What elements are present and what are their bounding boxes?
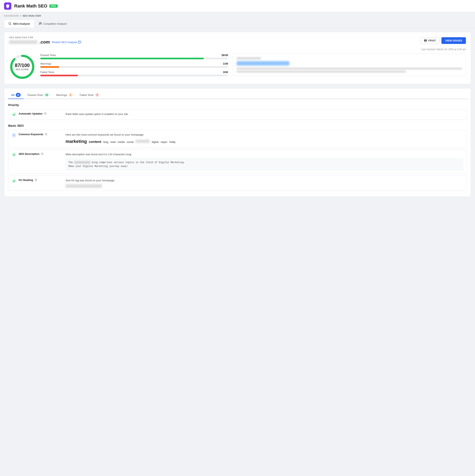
checkmark-h1-svg	[13, 180, 15, 182]
analysis-url: .com Restart SEO Analyzer	[9, 39, 81, 45]
passed-label: Passed Tests	[40, 54, 56, 57]
basic-seo-section-label: Basic SEO	[8, 124, 467, 127]
failed-bar	[40, 75, 228, 76]
warnings-count: 1/30	[223, 62, 228, 65]
common-keywords-content: Here are the most common keywords we fou…	[66, 133, 463, 145]
donut-text: 87/100 SEO SCORE	[15, 63, 30, 71]
filter-tab-failed[interactable]: Failed Tests 3	[77, 91, 102, 99]
preview-url-blur	[237, 57, 261, 60]
automatic-updates-content: Rank Math auto-update option is enabled …	[66, 112, 463, 116]
pro-badge: PRO	[49, 4, 58, 8]
analysis-actions: PRINT VIEW ISSUES	[421, 37, 466, 44]
passed-fill	[40, 58, 204, 59]
result-row-h1-heading: H1 Heading ? One H1 tag was found on you…	[9, 176, 466, 191]
filter-tabs-inner: All 30 Passed Tests 26 Warnings 1 Failed…	[8, 91, 467, 99]
filter-warnings-badge: 1	[68, 93, 73, 97]
kw-read: read	[110, 140, 115, 144]
automatic-updates-icon	[12, 112, 16, 117]
info-icon: i	[12, 133, 16, 137]
kw-social: social	[127, 140, 133, 144]
tab-competitor-analyzer-label: Competitor Analyzer	[43, 22, 67, 25]
warnings-bar	[40, 66, 228, 68]
seo-score-donut: 87/100 SEO SCORE	[9, 54, 35, 80]
main-content: SEO ANALYSIS FOR .com Restart SEO Analyz…	[0, 28, 475, 201]
breadcrumb-current: SEO ANALYZER	[23, 15, 41, 17]
stats-block: Passed Tests 26/30 Warnings 1/30	[40, 54, 228, 79]
main-tabs: SEO Analyzer Competitor Analyzer	[0, 19, 475, 28]
app-name: Rank Math SEO	[14, 3, 47, 9]
preview-desc-line2	[237, 71, 406, 73]
analysis-for-label: SEO ANALYSIS FOR	[9, 36, 81, 39]
result-card-automatic-updates: Automatic Updates ? Rank Math auto-updat…	[8, 109, 467, 120]
automatic-updates-help[interactable]: ?	[44, 112, 47, 115]
h1-heading-title: H1 Heading	[19, 178, 33, 182]
passed-count: 26/30	[222, 54, 228, 57]
checkmark-seo-desc-svg	[13, 153, 15, 156]
logo-icon	[5, 4, 10, 8]
app-logo	[4, 2, 11, 10]
stat-failed: Failed Tests 3/30	[40, 71, 228, 76]
h1-blur	[66, 184, 102, 188]
donut-label: SEO SCORE	[15, 68, 30, 71]
common-keywords-title: Common Keywords	[19, 133, 43, 136]
result-row-common-keywords: i Common Keywords ? Here are the most co…	[9, 130, 466, 148]
seo-description-content: Meta description was found and it is 124…	[66, 153, 463, 171]
h1-heading-text: One H1 tag was found on your homepage.	[66, 178, 463, 183]
view-issues-button[interactable]: VIEW ISSUES	[442, 37, 466, 44]
passed-bar	[40, 58, 228, 59]
analysis-url-section: SEO ANALYSIS FOR .com Restart SEO Analyz…	[9, 36, 81, 45]
restart-seo-analyzer-link[interactable]: Restart SEO Analyzer	[52, 41, 81, 44]
result-row-automatic-updates: Automatic Updates ? Rank Math auto-updat…	[9, 109, 466, 119]
automatic-updates-title-wrap: Automatic Updates ?	[19, 112, 63, 115]
result-card-h1-heading: H1 Heading ? One H1 tag was found on you…	[8, 175, 467, 191]
failed-fill	[40, 75, 78, 76]
check-icon	[12, 112, 16, 117]
seo-description-help[interactable]: ?	[41, 153, 44, 155]
filter-failed-label: Failed Tests	[80, 94, 94, 97]
restart-icon	[78, 41, 81, 44]
kw-content: content	[89, 139, 101, 144]
kw-blur	[135, 140, 150, 143]
kw-marketing: marketing	[66, 138, 87, 145]
tab-competitor-analyzer[interactable]: Competitor Analyzer	[34, 19, 71, 28]
common-keywords-title-wrap: Common Keywords ?	[19, 133, 63, 136]
meta-preview: The blog comprises various topics in the…	[66, 158, 463, 171]
filter-warnings-label: Warnings	[56, 94, 67, 97]
kw-blog: blog	[103, 140, 108, 144]
competitor-icon	[39, 22, 42, 25]
serp-preview	[233, 54, 466, 76]
h1-heading-content: One H1 tag was found on your homepage.	[66, 178, 463, 188]
svg-rect-4	[425, 41, 426, 42]
h1-heading-help[interactable]: ?	[34, 178, 37, 182]
url-com: .com	[39, 39, 50, 45]
kw-media: media	[117, 140, 125, 144]
breadcrumb-separator: /	[20, 15, 21, 17]
breadcrumb-dashboard[interactable]: DASHBOARD	[4, 15, 19, 17]
checkmark-svg	[13, 113, 15, 116]
analysis-card: SEO ANALYSIS FOR .com Restart SEO Analyz…	[4, 32, 471, 84]
analysis-header: SEO ANALYSIS FOR .com Restart SEO Analyz…	[9, 36, 466, 45]
print-button[interactable]: PRINT	[421, 37, 439, 44]
tab-seo-analyzer[interactable]: SEO Analyzer	[4, 19, 34, 28]
score-section: Last checked: March 24, 2023 at 4:20 am …	[9, 48, 466, 80]
h1-heading-title-wrap: H1 Heading ?	[19, 178, 63, 182]
filter-tab-all[interactable]: All 30	[8, 91, 23, 99]
filter-failed-badge: 3	[95, 93, 99, 97]
filter-tab-warnings[interactable]: Warnings 1	[53, 91, 75, 99]
priority-section-label: Priority	[8, 103, 467, 107]
keywords-row: marketing content blog read media social…	[66, 138, 463, 145]
stat-warnings: Warnings 1/30	[40, 62, 228, 68]
filter-tab-passed[interactable]: Passed Tests 26	[25, 91, 52, 99]
kw-digital: digital	[152, 140, 159, 144]
seo-analyzer-icon	[8, 22, 12, 25]
svg-point-0	[9, 22, 11, 24]
result-card-common-keywords: i Common Keywords ? Here are the most co…	[8, 130, 467, 148]
common-keywords-help[interactable]: ?	[45, 133, 48, 136]
filter-tabs: All 30 Passed Tests 26 Warnings 1 Failed…	[4, 88, 471, 99]
url-blur	[9, 40, 37, 44]
preview-desc-line1	[237, 68, 462, 70]
filter-all-label: All	[11, 94, 15, 97]
kw-raquo: raquo	[161, 140, 167, 144]
breadcrumb: DASHBOARD / SEO ANALYZER	[0, 12, 475, 19]
score-row: 87/100 SEO SCORE Passed Tests 26/30	[9, 54, 466, 80]
